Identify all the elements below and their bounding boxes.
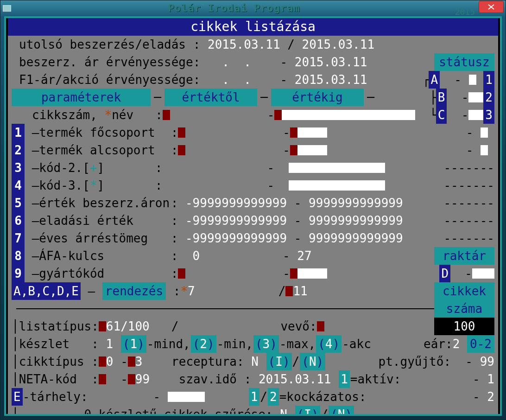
to-input[interactable] [274,106,415,124]
tarhely-2[interactable]: 2 [268,388,279,406]
app-year-shadow: 2015 [455,0,478,16]
tarhely-input[interactable] [168,388,205,406]
row8-from[interactable]: 0 [185,247,283,265]
param-row-9: 9 –gyártókód : - D - [12,265,494,282]
sort-val1[interactable]: 7 [188,282,195,300]
row9-to[interactable] [290,265,327,282]
cikktipus-to[interactable]: 3 [135,353,143,370]
keszlet-2[interactable]: (2) [191,335,216,353]
sort-rendezes: rendezés [102,282,166,300]
param-row-8: 8 –ÁFA-kulcs : 0 - 27 raktár [12,247,494,265]
f1-price-validity-label: F1-ár/akció érvényessége: [19,71,200,89]
row-num-5: 5 [12,194,25,212]
row2-from[interactable] [178,145,185,155]
status-C-val: 3 [483,106,494,124]
raktar-header: raktár [434,247,494,265]
zero-I[interactable]: (I) [295,406,321,416]
keszlet-3[interactable]: (3) [253,335,279,353]
zero-N[interactable]: (N) [329,406,354,416]
param-row-6: 6 –eladási érték : -9999999999999 - 9999… [12,212,494,229]
ear-val[interactable]: 2 [453,335,460,353]
row-num-7: 7 [12,229,25,247]
purchase-price-validity-label: beszerz. ár érvényessége: [19,53,200,71]
neta-val[interactable]: 99 [135,370,150,388]
receptura-val[interactable]: N [251,353,259,370]
row3-dashes: ------- [443,159,494,177]
row6-to[interactable]: 9999999999999 [309,212,403,229]
szavido-date[interactable]: 2015.03.11 [259,370,331,388]
row9-from[interactable] [178,268,185,279]
param-row-4: 4 –kód-3.[*] : - ------- [12,177,494,194]
tarhely-1[interactable]: 1 [249,388,260,406]
to-header: értékig [271,89,364,106]
row2-to[interactable] [290,141,327,159]
row1-right-box[interactable] [481,127,488,138]
terminal-area: cikkek listázása utolsó beszerzés/eladás… [4,16,502,416]
vevo-input[interactable] [317,321,324,331]
cikktipus-from[interactable]: 0 [106,353,114,370]
status-A-block[interactable] [469,75,476,85]
from-input[interactable] [163,110,170,120]
row1-from[interactable] [178,127,185,138]
row7-from[interactable]: -9999999999999 [185,229,287,247]
row-num-9: 9 [12,265,25,282]
param-row-3: 3 –kód-2.[+] : - ------- [12,159,494,177]
neta-row: │ NETA-kód : - 99 szav.idő : 2015.03.11 … [12,370,494,388]
sort-val2[interactable]: 11 [293,282,307,300]
row6-dashes: ------- [443,212,494,229]
row5-dashes: ------- [443,194,494,212]
status-A: A [429,71,440,89]
sort-abcde: A,B,C,D,E [12,282,81,300]
app-window: Polár Irodai Program 2015 cikkek listázá… [0,0,506,420]
zero-val[interactable]: N [280,406,287,416]
row2-right-box[interactable] [481,145,488,155]
szav-1[interactable]: 1 [339,370,350,388]
ear-range: 0-2 [467,335,494,353]
row4-to[interactable] [289,177,385,194]
titlebar: Polár Irodai Program 2015 [0,0,506,16]
row5-to[interactable]: 9999999999999 [309,194,403,212]
row7-to[interactable]: 9999999999999 [309,229,403,247]
slash: / [287,36,295,53]
close-button[interactable] [479,1,504,13]
tarhely-E: E [12,388,23,406]
system-menu-icon[interactable] [0,0,13,16]
listatipus-val[interactable]: 61/100 [106,318,150,335]
last-purchase-sale-label: utolsó beszerzés/eladás : [19,36,200,53]
f1-price-to: 2015.03.11 [295,71,367,89]
param-header: paraméterek [12,89,151,106]
keszlet-4[interactable]: (4) [316,335,342,353]
receptura-N[interactable]: (N) [300,353,325,370]
row8-to[interactable]: 27 [297,247,311,265]
from-header: értéktől [164,89,257,106]
row6-from[interactable]: -9999999999999 [185,212,287,229]
keszlet-val[interactable]: 1 [106,335,114,353]
param-row-7: 7 –éves árréstömeg : -9999999999999 - 99… [12,229,494,247]
param-row-5: 5 –érték beszerz.áron : -9999999999999 -… [12,194,494,212]
row-num-2: 2 [12,141,25,159]
purchase-price-from: . . [200,53,273,71]
row3-to[interactable] [289,159,385,177]
status-B: B [436,89,447,106]
status-B-val: 2 [483,89,494,106]
app-title-shadow: Polár Irodai Program [13,0,455,16]
last-purchase-date: 2015.03.11 [208,36,280,53]
purchase-price-to: 2015.03.11 [295,53,367,71]
szama-header: száma [434,300,494,318]
aktiv-val[interactable]: 1 [487,370,494,388]
ptgyujto-val[interactable]: 99 [480,353,494,370]
tarhely-row: E -tárhely: - 1 / 2 =kockázatos: - 2 [12,388,494,406]
cikkek-count: 100 [434,318,494,335]
param-row-2: 2 –termék alcsoport : - - [12,141,494,159]
row-num-3: 3 [12,159,25,177]
row-num-8: 8 [12,247,25,265]
receptura-I[interactable]: (I) [266,353,292,370]
cikktipus-row: │ cikktípus : 0 - 3 receptura: N (I) / (… [12,353,494,370]
row-num-1: 1 [12,124,25,141]
row5-from[interactable]: -9999999999999 [185,194,287,212]
page-title: cikkek listázása [8,18,498,36]
row1-to[interactable] [290,124,327,141]
kockazatos-val[interactable]: 2 [487,388,494,406]
keszlet-1[interactable]: (1) [121,335,146,353]
zero-stock-filter-row: └──────── 0 készletű cikkek szűrése: N (… [12,406,494,416]
